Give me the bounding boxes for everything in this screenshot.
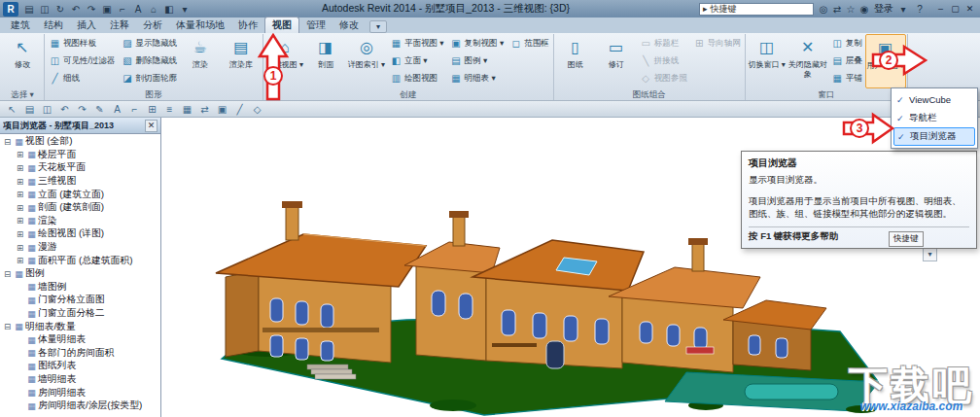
filter-icon[interactable]: ◇: [249, 104, 265, 115]
expander-icon[interactable]: ⊞: [15, 190, 25, 199]
grid-icon[interactable]: ⊞: [144, 104, 160, 115]
undo-icon[interactable]: ↶: [56, 104, 73, 115]
tab-修改[interactable]: 修改: [332, 17, 366, 33]
save-icon[interactable]: ◫: [39, 104, 55, 115]
search-arrow-icon[interactable]: ▸: [703, 4, 708, 14]
expander-icon[interactable]: ⊟: [2, 137, 13, 147]
tree-item-墙明细表[interactable]: ▦墙明细表: [0, 373, 160, 387]
tree-item-各部门的房间面积[interactable]: ▦各部门的房间面积: [0, 347, 160, 361]
tree-item-立面 (建筑立面)[interactable]: ⊞▦立面 (建筑立面): [0, 188, 160, 201]
ribbon-button-用户界面[interactable]: ▣用户界面 ▾: [865, 34, 906, 88]
tree-item-剖面 (建筑剖面)[interactable]: ⊞▦剖面 (建筑剖面): [0, 201, 160, 215]
customize-quick-access-icon[interactable]: ▾: [177, 2, 192, 17]
ribbon-button-修订[interactable]: ▭修订: [596, 34, 637, 88]
3d-view-icon[interactable]: ⌂: [146, 2, 161, 17]
tab-注释[interactable]: 注释: [103, 17, 136, 33]
undo-icon[interactable]: ↶: [68, 2, 84, 17]
nav-expand-icon[interactable]: ▾: [928, 249, 931, 261]
ribbon-button-标题栏[interactable]: ▭标题栏: [637, 34, 690, 52]
ribbon-button-剖切面轮廓[interactable]: ◪剖切面轮廓: [118, 69, 180, 87]
expander-icon[interactable]: ⊞: [15, 243, 25, 253]
ribbon-button-绘图视图[interactable]: ▥绘图视图: [387, 69, 447, 87]
tab-视图[interactable]: 视图: [264, 17, 299, 33]
ribbon-button-图例[interactable]: ▤图例 ▾: [447, 52, 508, 69]
ribbon-button-层叠[interactable]: ▤层叠: [828, 52, 865, 69]
tree-item-门窗分格立面图[interactable]: ▦门窗分格立面图: [0, 294, 160, 307]
close-button[interactable]: ✕: [962, 4, 977, 14]
favorites-icon[interactable]: ☆: [844, 4, 858, 15]
ribbon-button-渲染库[interactable]: ▤渲染库: [221, 34, 262, 88]
user-icon[interactable]: ◉: [858, 4, 871, 15]
ribbon-button-明细表[interactable]: ▦明细表 ▾: [447, 69, 508, 87]
ribbon-button-可见性/过滤器[interactable]: ◫可见性/过滤器: [46, 52, 118, 69]
ribbon-button-删除隐藏线[interactable]: ▧删除隐藏线: [118, 52, 180, 69]
save-icon[interactable]: ◫: [37, 2, 52, 17]
line-icon[interactable]: ╱: [231, 104, 248, 115]
revit-logo[interactable]: R: [3, 2, 18, 17]
tab-协作[interactable]: 协作: [231, 17, 264, 33]
tree-item-图例[interactable]: ⊟▦图例: [0, 267, 160, 281]
tree-item-图纸列表[interactable]: ▦图纸列表: [0, 360, 160, 373]
tree-item-楼层平面[interactable]: ⊞▦楼层平面: [0, 149, 160, 162]
ribbon-button-详图索引[interactable]: ◎详图索引 ▾: [346, 34, 387, 88]
ribbon-button-视图参照[interactable]: ◇视图参照: [637, 69, 690, 87]
ribbon-button-剖面[interactable]: ◨剖面: [305, 34, 346, 88]
ribbon-button-三维视图[interactable]: ⌂三维视图 ▾: [264, 34, 305, 88]
sign-in-button[interactable]: 登录: [874, 2, 893, 16]
expander-icon[interactable]: ⊞: [15, 216, 25, 226]
ribbon-button-拼接线[interactable]: ╲拼接线: [637, 52, 690, 69]
expander-icon[interactable]: ⊞: [15, 150, 25, 159]
menu-item-导航栏[interactable]: ✓导航栏: [893, 109, 975, 127]
ribbon-button-平铺[interactable]: ▦平铺: [828, 69, 865, 87]
search-box[interactable]: ▸ 快捷键: [699, 3, 814, 16]
menu-item-ViewCube[interactable]: ✓ViewCube: [893, 90, 975, 109]
swap-icon[interactable]: ⇄: [196, 104, 213, 115]
sync-icon[interactable]: ↻: [52, 2, 68, 17]
tab-管理[interactable]: 管理: [299, 17, 332, 33]
tree-item-房间明细表/涂层(按类型)[interactable]: ▦房间明细表/涂层(按类型): [0, 400, 160, 413]
expander-icon[interactable]: ⊟: [2, 269, 13, 279]
open-icon[interactable]: ▤: [21, 104, 38, 115]
ribbon-button-视图样板[interactable]: ▦视图样板: [46, 34, 118, 52]
tab-插入[interactable]: 插入: [70, 17, 103, 33]
view-icon[interactable]: ▦: [179, 104, 195, 115]
expander-icon[interactable]: ⊞: [15, 163, 25, 173]
maximize-button[interactable]: ▢: [948, 4, 962, 14]
redo-icon[interactable]: ↷: [84, 2, 99, 17]
help-button[interactable]: ?: [913, 4, 927, 15]
tab-分析[interactable]: 分析: [136, 17, 169, 33]
sheet-icon[interactable]: ▣: [214, 104, 230, 115]
measure-icon[interactable]: ⌐: [126, 104, 143, 115]
tree-item-明细表/数量[interactable]: ⊟▦明细表/数量: [0, 320, 160, 333]
ribbon-overflow-icon[interactable]: ▾: [369, 20, 387, 33]
tree-item-漫游[interactable]: ⊞▦漫游: [0, 241, 160, 255]
open-icon[interactable]: ▤: [21, 2, 37, 17]
tab-体量和场地[interactable]: 体量和场地: [169, 17, 231, 33]
ribbon-button-修改[interactable]: ↖修改: [2, 34, 43, 88]
ribbon-button-切换窗口[interactable]: ◫切换窗口 ▾: [747, 34, 788, 88]
search-icon[interactable]: ◎: [817, 4, 830, 15]
dimension-icon[interactable]: ⌐: [115, 2, 130, 17]
ribbon-button-复制[interactable]: ◫复制: [828, 34, 865, 52]
close-icon[interactable]: ✕: [145, 120, 158, 132]
tree-item-房间明细表[interactable]: ▦房间明细表: [0, 386, 160, 400]
tree-item-绘图视图 (详图)[interactable]: ⊞▦绘图视图 (详图): [0, 227, 160, 241]
project-browser-header[interactable]: 项目浏览器 - 别墅项目_2013 ✕: [0, 118, 160, 134]
text-icon[interactable]: A: [109, 104, 125, 115]
tree-item-三维视图[interactable]: ⊞▦三维视图: [0, 175, 160, 189]
tree-item-面积平面 (总建筑面积)[interactable]: ⊞▦面积平面 (总建筑面积): [0, 254, 160, 267]
expander-icon[interactable]: ⊞: [15, 203, 25, 213]
expander-icon[interactable]: ⊞: [15, 229, 25, 239]
tree-item-墙图例[interactable]: ▦墙图例: [0, 281, 160, 295]
tree-item-门窗立面分格二[interactable]: ▦门窗立面分格二: [0, 307, 160, 321]
menu-item-项目浏览器[interactable]: ✓项目浏览器: [893, 127, 975, 146]
ribbon-button-导向轴网[interactable]: ⊞导向轴网: [690, 34, 744, 52]
exchange-apps-icon[interactable]: ⇄: [830, 4, 844, 15]
print-icon[interactable]: ▣: [99, 2, 115, 17]
expander-icon[interactable]: ⊞: [15, 256, 25, 265]
tree-item-视图 (全部)[interactable]: ⊟▦视图 (全部): [0, 135, 160, 149]
modify-pointer-icon[interactable]: ↖: [4, 104, 20, 115]
tree-item-体量明细表[interactable]: ▦体量明细表: [0, 333, 160, 347]
tab-结构[interactable]: 结构: [37, 17, 70, 33]
layers-icon[interactable]: ≡: [161, 104, 178, 115]
